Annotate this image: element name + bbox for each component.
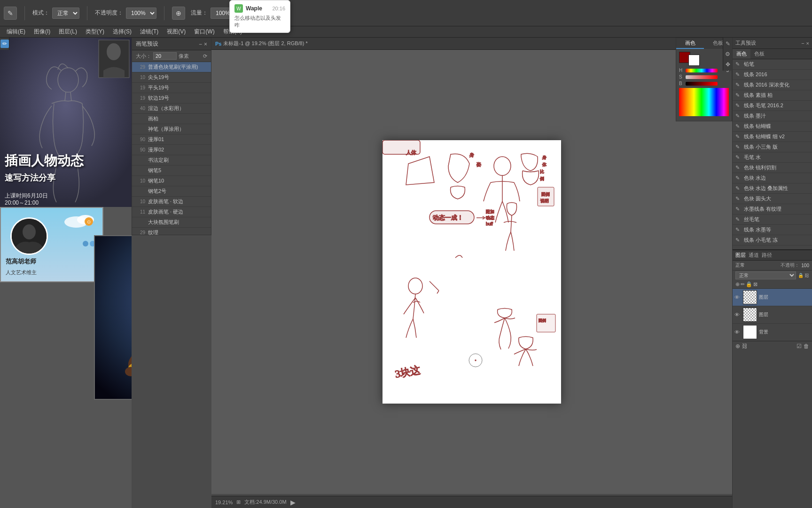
tool-name-11: 色块 水边 bbox=[744, 175, 766, 182]
sat-bar[interactable] bbox=[686, 75, 718, 79]
layer-link-btn[interactable]: ⛓ bbox=[742, 343, 748, 349]
drawing-canvas[interactable]: 人体 身 姿 bbox=[383, 140, 561, 404]
hue-bar[interactable] bbox=[686, 69, 718, 72]
layer-eye-1[interactable]: 👁 bbox=[734, 312, 741, 318]
brush-item-16[interactable]: 29 纹理 bbox=[132, 228, 211, 236]
profile-card[interactable]: ⊙ 范高胡老师 人文艺术维主 bbox=[0, 207, 103, 282]
layer-add-btn[interactable]: ⊕ bbox=[735, 343, 740, 349]
menu-type[interactable]: 类型(Y) bbox=[82, 27, 108, 37]
brush-tool-btn[interactable]: ✎ bbox=[4, 7, 17, 20]
canvas-content[interactable]: 人体 身 姿 bbox=[211, 50, 732, 494]
layer-icon-3[interactable]: 🔒 bbox=[746, 281, 752, 287]
toolbar-icon1[interactable]: ⊕ bbox=[172, 7, 185, 20]
tool-item-10[interactable]: ✎ 色块 锐利切割 bbox=[733, 163, 812, 173]
menu-layer[interactable]: 图层(L) bbox=[55, 27, 81, 37]
brush-item-7[interactable]: 90 漫厚01 bbox=[132, 135, 211, 145]
menu-window[interactable]: 窗口(W) bbox=[190, 27, 218, 37]
layers-mode-select[interactable]: 正常 bbox=[735, 271, 796, 279]
tool-item-4[interactable]: ✎ 线条 毛笔 2016.2 bbox=[733, 101, 812, 111]
brush-item-3[interactable]: 19 软边19号 bbox=[132, 93, 211, 103]
brush-item-15[interactable]: 大块氛围笔刷 bbox=[132, 217, 211, 228]
brush-num-2: 19 bbox=[136, 85, 145, 90]
tool-item-15[interactable]: ✎ 丝毛笔 bbox=[733, 214, 812, 225]
right-panel-minimize[interactable]: − bbox=[801, 40, 804, 46]
layer-checkbox-icon[interactable]: ☑ bbox=[796, 343, 802, 349]
layer-item-2[interactable]: 👁 图层 bbox=[733, 289, 812, 306]
pencil-tool[interactable]: ✏ bbox=[0, 40, 9, 48]
tool-item-7[interactable]: ✎ 线条 钻蝴蝶 细 v2 bbox=[733, 132, 812, 142]
brush-size-input[interactable] bbox=[153, 52, 177, 60]
mode-select[interactable]: 正常 bbox=[52, 8, 79, 19]
menu-filter[interactable]: 滤镜(T) bbox=[136, 27, 162, 37]
brush-item-12[interactable]: 钢笔2号 bbox=[132, 186, 211, 197]
menu-image[interactable]: 图像(I) bbox=[30, 27, 54, 37]
toolbar-mode-group: 模式： 正常 bbox=[32, 8, 79, 19]
status-arrow[interactable]: ▶ bbox=[290, 499, 296, 506]
brush-item-1[interactable]: 10 尖头19号 bbox=[132, 72, 211, 83]
svg-text:图例: 图例 bbox=[539, 318, 546, 323]
tool-item-2[interactable]: ✎ 线条 2016 深浓变化 bbox=[733, 80, 812, 90]
rt-settings-icon[interactable]: ⚙ bbox=[724, 50, 731, 58]
layer-tab-paths[interactable]: 路径 bbox=[762, 252, 772, 259]
tool-item-9[interactable]: ✎ 毛笔 水 bbox=[733, 152, 812, 163]
tool-item-16[interactable]: ✎ 线条 水墨等 bbox=[733, 225, 812, 235]
toolbar-sep2 bbox=[87, 6, 87, 20]
brush-item-10[interactable]: 钢笔5 bbox=[132, 166, 211, 176]
menu-select[interactable]: 选择(S) bbox=[109, 27, 135, 37]
layer-eye-bg[interactable]: 👁 bbox=[734, 329, 741, 335]
brush-item-14[interactable]: 11 皮肤画笔 · 硬边 bbox=[132, 207, 211, 217]
layer-icon-2[interactable]: ✏ bbox=[741, 281, 745, 287]
right-panel-close[interactable]: × bbox=[806, 40, 809, 46]
opacity-select[interactable]: 100% bbox=[126, 8, 156, 19]
menu-edit[interactable]: 编辑(E) bbox=[3, 27, 29, 37]
rt-brush-icon[interactable]: ✎ bbox=[725, 40, 731, 48]
brush-item-8[interactable]: 90 漫厚02 bbox=[132, 145, 211, 155]
brush-item-0[interactable]: 29 普通色块笔刷(平涂用) bbox=[132, 62, 211, 72]
tool-item-11[interactable]: ✎ 色块 水边 bbox=[733, 173, 812, 183]
tool-item-12[interactable]: ✎ 色块 水边 叠加属性 bbox=[733, 183, 812, 194]
brush-item-6[interactable]: 神笔（厚涂用） bbox=[132, 124, 211, 135]
brush-refresh-btn[interactable]: ⟳ bbox=[203, 53, 207, 59]
bright-bar[interactable] bbox=[686, 82, 718, 86]
tool-item-3[interactable]: ✎ 线条 素描 柏 bbox=[733, 90, 812, 101]
tool-item-6[interactable]: ✎ 线条 钻蝴蝶 bbox=[733, 121, 812, 132]
tool-item-13[interactable]: ✎ 色块 圆头大 bbox=[733, 194, 812, 204]
layer-tab-channels[interactable]: 通道 bbox=[749, 252, 759, 259]
tool-name-13: 色块 圆头大 bbox=[744, 195, 771, 202]
tool-item-18[interactable]: ✎ 毛笔字 图闷 ☆☆☆☆☆ bbox=[733, 246, 812, 247]
rt-move-icon[interactable]: ✥ bbox=[725, 60, 731, 69]
bg-color-swatch[interactable] bbox=[688, 55, 700, 66]
brush-item-13[interactable]: 10 皮肤画笔 · 软边 bbox=[132, 197, 211, 207]
tool-item-8[interactable]: ✎ 线条 小三角 版 bbox=[733, 142, 812, 152]
layer-icon-4[interactable]: ⊠ bbox=[753, 281, 757, 287]
tool-item-14[interactable]: ✎ 水墨线条 有纹理 bbox=[733, 204, 812, 214]
brush-item-2[interactable]: 19 平头19号 bbox=[132, 83, 211, 93]
tool-item-0[interactable]: ✎ 铅笔 bbox=[733, 59, 812, 70]
brush-item-5[interactable]: 画柏 bbox=[132, 114, 211, 124]
tool-item-17[interactable]: ✎ 线条 小毛笔 冻 bbox=[733, 235, 812, 246]
tool-item-5[interactable]: ✎ 线条 墨汁 bbox=[733, 111, 812, 121]
menu-view[interactable]: 视图(V) bbox=[163, 27, 189, 37]
layer-item-bg-layer[interactable]: 👁 背景 bbox=[733, 324, 812, 341]
color-spectrum[interactable] bbox=[679, 88, 729, 116]
brush-name-11: 钢笔10 bbox=[148, 177, 164, 184]
layer-item-1[interactable]: 👁 图层 bbox=[733, 306, 812, 324]
brush-item-4[interactable]: 40 渲边（水彩用） bbox=[132, 103, 211, 114]
brush-panel-minus[interactable]: − bbox=[199, 41, 202, 48]
tool-name-1: 线条 2016 bbox=[744, 71, 767, 78]
status-doc-label: 文档:24.9M/30.0M bbox=[244, 499, 286, 506]
brush-item-11[interactable]: 10 钢笔10 bbox=[132, 176, 211, 186]
layer-tab-layers[interactable]: 图层 bbox=[735, 252, 746, 259]
layer-eye-2[interactable]: 👁 bbox=[734, 294, 741, 300]
color-tab-color[interactable]: 画色 bbox=[676, 38, 704, 49]
brush-panel-close[interactable]: × bbox=[204, 41, 207, 48]
layer-icon-1[interactable]: ⊕ bbox=[735, 281, 740, 287]
tab-color-active[interactable]: 画色 bbox=[733, 49, 750, 59]
layer-delete-btn[interactable]: 🗑 bbox=[804, 343, 809, 349]
brush-item-9[interactable]: 书法定刷 bbox=[132, 155, 211, 166]
tool-icon-16: ✎ bbox=[735, 227, 742, 233]
tab-swatch[interactable]: 色板 bbox=[750, 49, 768, 59]
tool-item-1[interactable]: ✎ 线条 2016 bbox=[733, 70, 812, 80]
svg-text:例: 例 bbox=[540, 176, 544, 181]
svg-text:身: 身 bbox=[469, 152, 474, 158]
